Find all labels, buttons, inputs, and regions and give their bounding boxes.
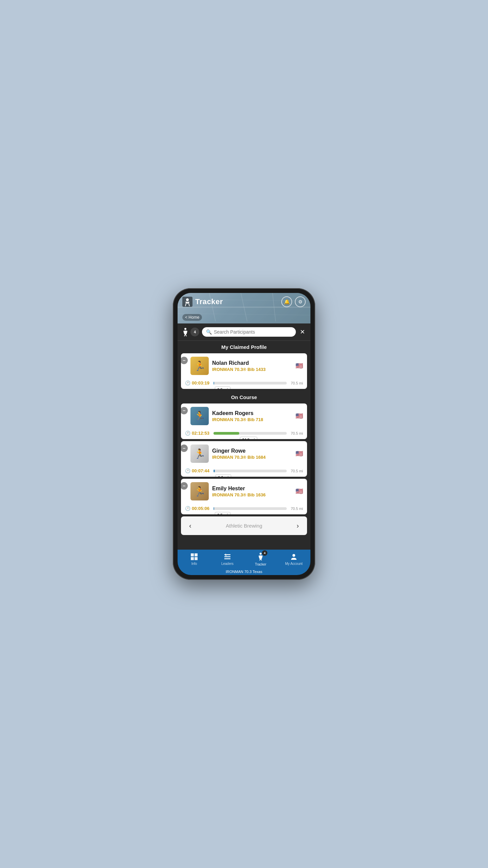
ginger-avatar: 🏃 [190, 445, 209, 463]
clock-icon: 🕐 [185, 380, 190, 386]
nolan-flag: 🇺🇸 [296, 362, 303, 370]
nolan-name: Nolan Richard [212, 360, 292, 366]
emily-progress-fill [214, 507, 214, 510]
nav-item-myaccount[interactable]: My Account [277, 550, 310, 568]
close-button[interactable]: ✕ [299, 327, 306, 337]
sponsor-bar: ‹ Athletic Brewing › [181, 516, 307, 535]
ginger-card-top: 🏃 Ginger Rowe IRONMAN 70.3® Bib 1684 🇺🇸 [181, 441, 307, 466]
nav-item-info[interactable]: Info [178, 550, 211, 568]
leaders-nav-label: Leaders [221, 562, 233, 566]
ginger-flag: 🇺🇸 [296, 450, 303, 457]
nolan-progress-track: 0.5 mi [214, 382, 287, 384]
home-label: < Home [185, 315, 199, 320]
kadeem-progress-track: 24.9 mi [214, 432, 287, 435]
kadeem-flag: 🇺🇸 [296, 412, 303, 420]
emily-card[interactable]: − 🏃 Emily Hester IRONMAN 70.3® Bib 1636 … [181, 479, 307, 514]
status-text: IRONMAN 70.3 Texas [226, 570, 262, 574]
nolan-avatar: 🏃 [190, 357, 209, 375]
claimed-profile-header: My Claimed Profile [178, 341, 310, 353]
tracker-count-badge: 4 [190, 328, 199, 336]
kadeem-card[interactable]: − 🏃 Kadeem Rogers IRONMAN 70.3® Bib 718 … [181, 403, 307, 439]
kadeem-name: Kadeem Rogers [212, 410, 292, 416]
ginger-progress-track: 1.1 mi [214, 470, 287, 472]
emily-avatar: 🏃 [190, 482, 209, 500]
bell-icon: 🔔 [284, 299, 290, 304]
kadeem-info: Kadeem Rogers IRONMAN 70.3® Bib 718 [212, 410, 292, 422]
header-icons: 🔔 ⚙ [281, 296, 306, 307]
nolan-distance-bubble: 0.5 mi [215, 387, 230, 389]
settings-button[interactable]: ⚙ [295, 296, 306, 307]
sponsor-next-button[interactable]: › [294, 522, 302, 530]
nolan-total: 70.5 mi [289, 381, 303, 385]
svg-point-23 [292, 554, 295, 557]
nav-item-leaders[interactable]: Leaders [211, 550, 244, 568]
emily-bib: IRONMAN 70.3® Bib 1636 [212, 492, 292, 497]
kadeem-card-top: 🏃 Kadeem Rogers IRONMAN 70.3® Bib 718 🇺🇸 [181, 403, 307, 429]
nolan-progress: 🕐 00:03:19 0.5 mi 70.5 mi [181, 378, 307, 389]
ginger-bib: IRONMAN 70.3® Bib 1684 [212, 455, 292, 460]
on-course-header: On Course [178, 391, 310, 403]
svg-rect-11 [191, 553, 194, 556]
tracker-nav-badge: 4 [262, 550, 267, 556]
search-area: 4 🔍 ✕ [178, 323, 310, 340]
notification-button[interactable]: 🔔 [281, 296, 292, 307]
clock-icon-2: 🕐 [185, 431, 190, 436]
nolan-progress-fill [214, 382, 214, 384]
kadeem-total: 70.5 mi [289, 431, 303, 435]
header-bar: Tracker 🔔 ⚙ [178, 293, 310, 311]
ginger-card[interactable]: − 🏃 Ginger Rowe IRONMAN 70.3® Bib 1684 🇺… [181, 441, 307, 477]
info-nav-icon [190, 553, 198, 560]
phone-screen: Tracker 🔔 ⚙ < Home [178, 293, 310, 575]
ginger-progress-fill [214, 470, 215, 472]
emily-card-top: 🏃 Emily Hester IRONMAN 70.3® Bib 1636 🇺🇸 [181, 479, 307, 504]
search-input[interactable] [214, 329, 292, 335]
ginger-total: 70.5 mi [289, 469, 303, 473]
emily-name: Emily Hester [212, 486, 292, 492]
clock-icon-3: 🕐 [185, 468, 190, 473]
nav-item-tracker[interactable]: 4 Tracker [244, 550, 277, 568]
svg-point-20 [260, 553, 262, 555]
bottom-nav: Info Leaders [178, 550, 310, 568]
emily-info: Emily Hester IRONMAN 70.3® Bib 1636 [212, 486, 292, 497]
ginger-info: Ginger Rowe IRONMAN 70.3® Bib 1684 [212, 448, 292, 460]
sponsor-prev-button[interactable]: ‹ [186, 522, 194, 530]
participant-card[interactable]: − 🏃 Nolan Richard IRONMAN 70.3® Bib 1433… [181, 353, 307, 389]
tracker-nav-icon-wrap: 4 [257, 552, 265, 561]
kadeem-progress-fill [214, 432, 239, 435]
ginger-distance-bubble: 1.1 mi [216, 474, 231, 477]
phone-frame: Tracker 🔔 ⚙ < Home [173, 288, 315, 580]
search-input-wrap[interactable]: 🔍 [202, 327, 296, 337]
emily-distance-bubble: 0.5 mi [215, 512, 230, 515]
map-header: Tracker 🔔 ⚙ < Home [178, 293, 310, 323]
leaders-nav-icon [224, 553, 231, 560]
kadeem-time: 🕐 02:12:53 [185, 431, 211, 436]
ginger-time: 🕐 00:07:44 [185, 468, 211, 473]
svg-rect-13 [191, 557, 194, 560]
scroll-content[interactable]: My Claimed Profile − 🏃 Nolan Richard IRO… [178, 341, 310, 550]
emily-time: 🕐 00:05:06 [185, 506, 211, 511]
runner-icon [182, 328, 189, 336]
home-link[interactable]: < Home [182, 314, 202, 321]
svg-rect-14 [195, 557, 198, 560]
search-icon: 🔍 [206, 329, 212, 335]
account-nav-icon [290, 553, 298, 560]
tracker-badge: 4 [182, 328, 199, 336]
emily-progress-track: 0.5 mi [214, 507, 287, 510]
nolan-time: 🕐 00:03:19 [185, 380, 211, 386]
kadeem-distance-bubble: 24.9 mi [240, 437, 257, 439]
emily-total: 70.5 mi [289, 507, 303, 511]
emily-progress: 🕐 00:05:06 0.5 mi 70.5 mi [181, 504, 307, 514]
info-nav-label: Info [191, 562, 197, 566]
svg-point-7 [186, 298, 189, 301]
clock-icon-4: 🕐 [185, 506, 190, 511]
app-title: Tracker [195, 297, 281, 306]
myaccount-nav-label: My Account [285, 562, 303, 566]
ginger-progress: 🕐 00:07:44 1.1 mi 70.5 mi [181, 466, 307, 477]
ginger-name: Ginger Rowe [212, 448, 292, 454]
nolan-bib: IRONMAN 70.3® Bib 1433 [212, 367, 292, 372]
svg-rect-12 [195, 553, 198, 556]
sponsor-name: Athletic Brewing [194, 523, 294, 529]
svg-point-8 [184, 328, 186, 330]
kadeem-bib: IRONMAN 70.3® Bib 718 [212, 417, 292, 422]
nolan-card-top: 🏃 Nolan Richard IRONMAN 70.3® Bib 1433 🇺… [181, 353, 307, 378]
